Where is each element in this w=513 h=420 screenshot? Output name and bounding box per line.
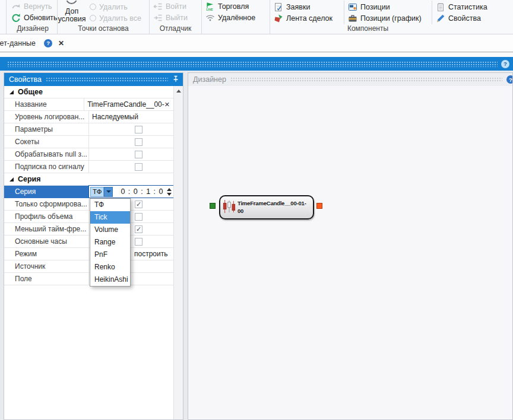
time-spinner[interactable] xyxy=(167,188,172,196)
property-row-log-level[interactable]: Уровень логирован... Наследуемый xyxy=(4,111,173,123)
property-row-volume-profile[interactable]: Профиль объема xyxy=(4,211,173,223)
group-label: Серия xyxy=(18,175,41,183)
property-row-series[interactable]: Серия ТФ 0 : 0 : 1 : 0 xyxy=(4,186,173,198)
refresh-icon xyxy=(11,13,21,23)
property-row-field[interactable]: Поле xyxy=(4,273,173,285)
series-type-combobox[interactable]: ТФ xyxy=(90,187,113,197)
handle-null-checkbox[interactable] xyxy=(135,151,142,158)
extra-conditions-button[interactable]: Доп условия xyxy=(58,1,86,24)
extra-conditions-label: Доп условия xyxy=(58,8,86,23)
dropdown-option[interactable]: Range xyxy=(90,236,130,249)
block-output-port[interactable] xyxy=(316,203,322,209)
block-input-port[interactable] xyxy=(210,203,216,209)
properties-button[interactable]: Свойства xyxy=(432,12,491,24)
name-value[interactable]: TimeFrameCandle__00- xyxy=(87,100,164,109)
trade-feed-icon xyxy=(274,14,283,23)
remove-all-breakpoints-button[interactable]: Удалить все xyxy=(86,12,145,24)
volume-profile-checkbox[interactable] xyxy=(135,213,142,221)
remote-button[interactable]: Удалённое xyxy=(202,12,270,23)
step-into-label: Войти xyxy=(166,2,186,11)
panel-grip-texture xyxy=(230,77,502,82)
sockets-checkbox[interactable] xyxy=(135,138,142,146)
positions-chart-button[interactable]: Позиции (график) xyxy=(344,12,432,24)
pin-icon[interactable] xyxy=(172,75,179,84)
spinner-down-icon[interactable] xyxy=(167,193,172,196)
property-row-name[interactable]: Название TimeFrameCandle__00- ✕ xyxy=(4,98,173,111)
panel-grip-texture xyxy=(46,77,168,82)
clear-name-icon[interactable]: ✕ xyxy=(164,101,170,109)
block-title-line2: 00 xyxy=(238,208,306,215)
positions-chart-label: Позиции (график) xyxy=(360,14,422,23)
dropdown-option[interactable]: Volume xyxy=(90,224,130,236)
series-time-value[interactable]: 0 : 0 : 1 : 0 xyxy=(121,187,163,196)
property-group-general[interactable]: Общее xyxy=(4,86,173,98)
ribbon-group-label-designer: Дизайнер xyxy=(0,24,57,33)
designer-panel: Дизайнер ? TimeFrameCandle__00-01- 00 xyxy=(188,72,513,420)
property-row-handle-null[interactable]: Обрабатывать null з... xyxy=(4,148,173,161)
designer-canvas: TimeFrameCandle__00-01- 00 xyxy=(188,86,512,419)
block-title: TimeFrameCandle__00-01- 00 xyxy=(238,200,306,215)
log-level-value[interactable]: Наследуемый xyxy=(92,113,138,121)
step-into-icon xyxy=(153,2,163,11)
property-row-main-hours[interactable]: Основные часы xyxy=(4,236,173,248)
property-row-source[interactable]: Источник xyxy=(4,260,173,273)
ribbon-group-label-components: Компоненты xyxy=(270,24,513,33)
document-title-bar[interactable]: ? xyxy=(0,57,513,71)
series-type-value: ТФ xyxy=(90,187,104,197)
step-out-button[interactable]: Выйти xyxy=(150,12,201,23)
spinner-up-icon[interactable] xyxy=(167,188,172,191)
dropdown-option[interactable]: ТФ xyxy=(90,199,130,211)
dropdown-option-selected[interactable]: Tick xyxy=(90,211,130,224)
ribbon-group-breakpoints: Доп условия Удалить Удалить все Точки ос… xyxy=(58,0,150,34)
only-formed-checkbox[interactable]: ✓ xyxy=(135,201,142,208)
timeframe-candle-block[interactable]: TimeFrameCandle__00-01- 00 xyxy=(219,195,314,219)
positions-button[interactable]: Позиции xyxy=(344,1,432,12)
breakpoint-icon xyxy=(90,15,96,21)
parameters-checkbox[interactable] xyxy=(135,126,142,133)
remove-label: Удалить xyxy=(99,3,128,11)
statistics-button[interactable]: Статистика xyxy=(432,1,491,12)
property-row-mode[interactable]: Режим построить xyxy=(4,248,173,260)
properties-panel-title: Свойства xyxy=(9,75,42,84)
mode-value[interactable]: построить xyxy=(134,250,167,258)
property-row-smaller-timeframe[interactable]: Меньший тайм-фре... ✓ xyxy=(4,223,173,236)
properties-panel: Свойства Общее Название TimeFrameCandle_… xyxy=(4,72,183,420)
live-badge: LIVE xyxy=(207,8,214,11)
tab-help-icon[interactable]: ? xyxy=(44,39,52,47)
components-column-1: Заявки Лента сделок xyxy=(270,1,344,24)
components-column-2: Позиции Позиции (график) xyxy=(344,1,432,24)
designer-help-icon[interactable]: ? xyxy=(506,75,512,84)
refresh-button[interactable]: Обновить xyxy=(8,12,57,23)
dropdown-option[interactable]: HeikinAshi xyxy=(90,273,130,286)
step-into-button[interactable]: Войти xyxy=(150,1,201,12)
smaller-timeframe-checkbox[interactable]: ✓ xyxy=(135,225,142,233)
tab-market-data[interactable]: кет-данные ? ✕ xyxy=(0,34,69,52)
trade-feed-button[interactable]: Лента сделок xyxy=(270,12,344,24)
property-row-parameters[interactable]: Параметры xyxy=(4,123,173,136)
live-trading-button[interactable]: LIVE Торговля xyxy=(202,1,270,12)
designer-panel-header[interactable]: Дизайнер ? xyxy=(188,73,512,86)
property-group-series[interactable]: Серия xyxy=(4,173,173,186)
remote-label: Удалённое xyxy=(218,14,255,22)
document-tab-bar: кет-данные ? ✕ xyxy=(0,34,513,52)
trading-label: Торговля xyxy=(218,2,249,11)
undo-button[interactable]: Вернуть xyxy=(8,1,57,12)
remove-breakpoint-button[interactable]: Удалить xyxy=(86,1,145,12)
main-hours-checkbox[interactable] xyxy=(135,238,142,246)
property-row-only-formed[interactable]: Только сформирова... ✓ xyxy=(4,198,173,211)
expander-icon xyxy=(10,177,14,182)
property-row-sockets[interactable]: Сокеты xyxy=(4,136,173,148)
tab-close-icon[interactable]: ✕ xyxy=(58,39,64,47)
title-bar-help-icon[interactable]: ? xyxy=(501,60,509,68)
scroll-up-icon[interactable] xyxy=(174,86,183,96)
dropdown-option[interactable]: PnF xyxy=(90,249,130,261)
orders-button[interactable]: Заявки xyxy=(270,1,344,12)
property-row-signal-subscription[interactable]: Подписка по сигналу xyxy=(4,161,173,173)
positions-label: Позиции xyxy=(360,3,390,11)
combo-dropdown-arrow-icon[interactable] xyxy=(104,187,113,197)
undo-label: Вернуть xyxy=(24,2,52,11)
dropdown-option[interactable]: Renko xyxy=(90,261,130,273)
properties-panel-header[interactable]: Свойства xyxy=(4,73,183,86)
signal-subscription-checkbox[interactable] xyxy=(135,163,142,171)
properties-scrollbar[interactable] xyxy=(173,86,183,419)
